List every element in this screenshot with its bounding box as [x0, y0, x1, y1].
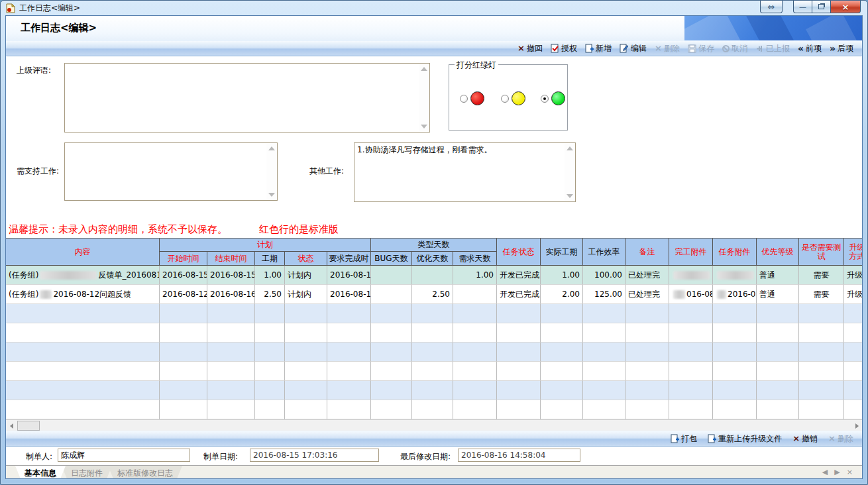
- support-work-label: 需支持工作:: [17, 166, 59, 177]
- cell-status[interactable]: 计划内: [285, 285, 327, 304]
- col-bug-days: BUG天数: [371, 252, 412, 265]
- textarea-scrollbar[interactable]: [419, 64, 429, 131]
- traffic-light-green-option[interactable]: [541, 91, 565, 105]
- cell-duration[interactable]: 1.00: [255, 266, 285, 285]
- tab-close-icon[interactable]: ×: [847, 468, 853, 476]
- cell-duration[interactable]: 2.50: [255, 285, 285, 304]
- cell-bug-days[interactable]: [371, 285, 412, 304]
- empty-row: [6, 400, 862, 419]
- scroll-left-button[interactable]: [6, 421, 17, 431]
- cell-finish-att[interactable]: 016-08: [669, 285, 713, 304]
- supervisor-comment-textarea[interactable]: [64, 63, 430, 133]
- col-end: 结束时间: [207, 252, 255, 265]
- bottom-toolbar: 打包 重新上传升级文件 × 撤销 × 删除: [6, 431, 862, 447]
- cell-actual[interactable]: 2.00: [541, 285, 583, 304]
- close-button[interactable]: ×: [830, 1, 861, 13]
- revoke-button[interactable]: × 撤回: [514, 42, 546, 56]
- package-button[interactable]: 打包: [667, 432, 700, 446]
- cell-req-days[interactable]: 1.00: [453, 266, 497, 285]
- cell-task-status[interactable]: 开发已完成: [497, 266, 541, 285]
- notice-sub: 红色行的是标准版: [259, 223, 339, 236]
- scrollbar-thumb[interactable]: [17, 421, 40, 431]
- col-remark: 备注: [625, 239, 669, 265]
- restore-button[interactable]: [812, 1, 830, 13]
- cell-upgrade[interactable]: 升级文件: [844, 266, 862, 285]
- modified-date-field[interactable]: 2016-08-16 14:58:04: [458, 449, 580, 462]
- prev-item-button[interactable]: « 前项: [794, 42, 825, 56]
- cell-actual[interactable]: 1.00: [541, 266, 583, 285]
- support-work-textarea[interactable]: [64, 142, 278, 201]
- reported-button[interactable]: 已上报: [752, 42, 793, 56]
- cell-content[interactable]: (任务组)反馈单_20160815: [6, 266, 160, 285]
- created-date-field[interactable]: 2016-08-15 17:03:16: [250, 449, 379, 462]
- cell-content[interactable]: (任务组)2016-08-12问题反馈: [6, 285, 160, 304]
- cell-need-test[interactable]: 需要: [799, 266, 844, 285]
- add-button[interactable]: 新增: [582, 42, 615, 56]
- cell-priority[interactable]: 普通: [757, 285, 799, 304]
- app-window: 工作日志<编辑> ⇔ — × 工作日志<编辑> × 撤回 授权 新: [0, 0, 868, 485]
- creator-field[interactable]: 陈成辉: [58, 449, 190, 462]
- save-button[interactable]: 保存: [684, 42, 718, 56]
- cell-req-days[interactable]: [453, 285, 497, 304]
- revoke-x-icon: ×: [517, 45, 525, 52]
- reupload-upgrade-button[interactable]: 重新上传升级文件: [704, 432, 785, 446]
- cell-task-att[interactable]: [713, 266, 757, 285]
- cell-task-status[interactable]: 开发已完成: [497, 285, 541, 304]
- col-task-status: 任务状态: [497, 239, 541, 265]
- textarea-scrollbar[interactable]: [266, 144, 276, 199]
- cell-start[interactable]: 2016-08-12: [160, 285, 207, 304]
- cell-start[interactable]: 2016-08-15: [160, 266, 207, 285]
- doc-check-icon: [551, 44, 559, 53]
- redacted-text: [673, 271, 710, 280]
- radio-yellow[interactable]: [501, 95, 509, 103]
- cell-opt-days[interactable]: 2.50: [412, 285, 453, 304]
- cell-opt-days[interactable]: [412, 266, 453, 285]
- cancel-button[interactable]: 取消: [719, 42, 751, 56]
- redacted-text: [673, 290, 685, 299]
- radio-red[interactable]: [460, 95, 468, 103]
- authorize-button[interactable]: 授权: [547, 42, 580, 56]
- tab-log-attachments[interactable]: 日志附件: [62, 466, 112, 479]
- window-icon: [6, 3, 15, 13]
- radio-green[interactable]: [541, 95, 549, 103]
- cell-task-att[interactable]: 2016-08: [713, 285, 757, 304]
- dock-toggle-button[interactable]: ⇔: [760, 1, 783, 13]
- cell-bug-days[interactable]: [371, 266, 412, 285]
- other-work-textarea[interactable]: 1.协助汤泽凡写存储过程，刚看需求。: [354, 142, 576, 202]
- cell-end[interactable]: 2016-08-15: [207, 266, 255, 285]
- next-item-button[interactable]: » 后项: [826, 42, 857, 56]
- cell-status[interactable]: 计划内: [285, 266, 327, 285]
- tab-prev-icon[interactable]: ◀: [822, 468, 828, 476]
- tab-basic-info[interactable]: 基本信息: [15, 466, 66, 479]
- delete-button[interactable]: × 删除: [651, 42, 683, 56]
- cell-remark[interactable]: 已处理完: [625, 285, 669, 304]
- minimize-button[interactable]: —: [793, 1, 812, 13]
- traffic-light-yellow-option[interactable]: [501, 91, 525, 105]
- cell-required[interactable]: 2016-08-19: [327, 285, 371, 304]
- delete-x-icon: ×: [655, 45, 662, 52]
- cell-finish-att[interactable]: [669, 266, 713, 285]
- cell-remark[interactable]: 已处理完: [625, 266, 669, 285]
- delete-bottom-button[interactable]: × 删除: [825, 432, 857, 446]
- col-task-att: 任务附件: [713, 239, 757, 265]
- undo-x-icon: ×: [792, 435, 800, 442]
- cell-required[interactable]: 2016-08-18: [327, 266, 371, 285]
- cell-efficiency[interactable]: 125.00: [583, 285, 625, 304]
- cell-end[interactable]: 2016-08-16: [207, 285, 255, 304]
- cell-priority[interactable]: 普通: [757, 266, 799, 285]
- cell-need-test[interactable]: 需要: [799, 285, 844, 304]
- client-area: 工作日志<编辑> × 撤回 授权 新增 编辑 × 删除: [5, 15, 863, 479]
- textarea-scrollbar[interactable]: [565, 144, 574, 201]
- scroll-right-button[interactable]: [851, 421, 862, 431]
- horizontal-scrollbar[interactable]: [6, 419, 862, 431]
- traffic-light-red-option[interactable]: [460, 91, 484, 105]
- edit-button[interactable]: 编辑: [616, 42, 650, 56]
- warning-notice: 温馨提示：未录入内容的明细，系统不予以保存。 红色行的是标准版: [6, 221, 862, 238]
- tab-standard-edition-log[interactable]: 标准版修改日志: [108, 466, 182, 479]
- tab-next-icon[interactable]: ▶: [834, 468, 840, 476]
- scroll-up-icon: [268, 146, 275, 150]
- undo-button[interactable]: × 撤销: [789, 432, 821, 446]
- cell-upgrade[interactable]: 升级文件: [844, 285, 862, 304]
- cell-efficiency[interactable]: 100.00: [583, 266, 625, 285]
- col-req-days: 需求天数: [453, 252, 497, 265]
